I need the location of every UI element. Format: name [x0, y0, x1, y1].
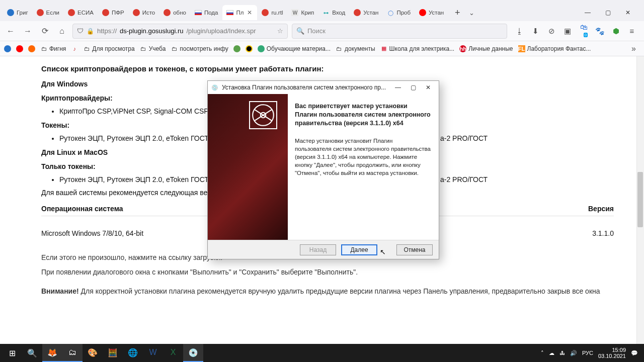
scrollbar[interactable] — [636, 56, 644, 362]
back-button[interactable]: ← — [4, 25, 17, 38]
bookmark[interactable]: ▦Школа для электрика... — [380, 45, 455, 52]
tray-notifications-icon[interactable]: 💬 — [631, 350, 638, 356]
scroll-thumb[interactable] — [637, 172, 643, 227]
tab[interactable]: ЕСИА — [64, 5, 98, 20]
bookmark[interactable] — [4, 45, 11, 52]
dialog-heading: Вас приветствует мастер установки Плагин… — [295, 102, 431, 128]
new-tab-button[interactable]: + — [450, 6, 464, 20]
extension-icon[interactable]: ▣ — [562, 27, 573, 36]
bookmark[interactable]: hhЛичные данные — [459, 45, 513, 52]
tray-clock[interactable]: 15:0903.10.2021 — [598, 347, 626, 359]
text: Внимание! Для корректной установки плаги… — [41, 286, 614, 296]
tab[interactable]: Если — [33, 5, 63, 20]
tray-network-icon[interactable]: 🖧 — [559, 350, 565, 356]
bookmark[interactable] — [16, 45, 23, 52]
bookmark-folder[interactable]: 🗀Фигня — [40, 45, 66, 52]
address-bar[interactable]: 🛡 🔒 https://ds-plugin.gosuslugi.ru/plugi… — [72, 24, 288, 39]
dialog-text: Мастер установки установит Плагин пользо… — [295, 137, 431, 177]
col-os: Операционная система — [41, 205, 123, 213]
tab[interactable]: Устан — [350, 5, 382, 20]
next-button[interactable]: Далее — [341, 244, 377, 255]
tray-lang[interactable]: РУС — [582, 350, 593, 356]
task-edge[interactable]: 🌐 — [123, 344, 143, 362]
search-button[interactable]: 🔍 — [22, 344, 42, 362]
task-firefox[interactable]: 🦊 — [42, 344, 62, 362]
bookmark[interactable]: FLЛаборатория Фантас... — [518, 45, 591, 52]
dialog-title: Установка Плагин пользователя систем эле… — [222, 84, 390, 91]
tab[interactable]: Пода — [191, 5, 222, 20]
task-word[interactable]: W — [143, 344, 163, 362]
dialog-maximize[interactable]: ▢ — [406, 82, 421, 93]
bookmarks-bar: 🗀Фигня ♪ 🗀Для просмотра 🗀Учеба 🗀посмотре… — [0, 41, 644, 56]
tray-volume-icon[interactable]: 🔊 — [570, 350, 577, 356]
disc-icon — [249, 101, 277, 129]
tab[interactable]: ◯Проб — [383, 5, 415, 20]
maximize-button[interactable]: ▢ — [602, 9, 614, 16]
extension-adblock-icon[interactable]: ⊘ — [546, 27, 556, 36]
bookmark[interactable] — [233, 45, 240, 52]
col-version: Версия — [588, 205, 614, 213]
cancel-button[interactable]: Отмена — [396, 244, 433, 255]
tab[interactable]: ⊶Вход — [318, 5, 349, 20]
home-button[interactable]: ⌂ — [55, 25, 68, 38]
search-box[interactable]: 🔍 Поиск — [292, 24, 507, 39]
dialog-minimize[interactable]: — — [390, 82, 406, 93]
tray-cloud-icon[interactable]: ☁ — [549, 350, 554, 356]
os-name: Microsoft Windows 7/8/10, 64-bit — [41, 229, 143, 237]
heading: Список криптопровайдеров и токенов, с ко… — [41, 64, 614, 73]
task-explorer[interactable]: 🗂 — [62, 344, 83, 362]
shield-icon: 🛡 — [77, 27, 84, 35]
download-button[interactable]: ⭳ — [514, 27, 524, 35]
bookmark[interactable]: Обучающие материа... — [258, 45, 331, 52]
tab[interactable]: WКрип — [287, 5, 318, 20]
close-button[interactable]: ✕ — [622, 9, 634, 16]
bookmark[interactable]: ♪ — [71, 45, 78, 52]
toolbar: ← → ⟳ ⌂ 🛡 🔒 https://ds-plugin.gosuslugi.… — [0, 21, 644, 41]
taskbar: ⊞ 🔍 🦊 🗂 🎨 🧮 🌐 W X 💿 ˄ ☁ 🖧 🔊 РУС 15:0903.… — [0, 344, 644, 362]
tab[interactable]: ru.rtl — [258, 5, 287, 20]
reload-button[interactable]: ⟳ — [38, 25, 51, 38]
tab-strip: Григ Если ЕСИА ПФР Исто обно Пода Пл✕ ru… — [0, 4, 644, 21]
dialog-banner — [208, 94, 288, 240]
tab-active[interactable]: Пл✕ — [222, 5, 257, 20]
tray-chevron-icon[interactable]: ˄ — [541, 350, 544, 356]
menu-button[interactable]: ≡ — [627, 27, 637, 35]
task-installer[interactable]: 💿 — [183, 344, 203, 362]
bookmark-star-icon[interactable]: ☆ — [277, 27, 283, 35]
text: При появлении диалогового окна с кнопкам… — [41, 267, 614, 277]
bookmark-folder[interactable]: 🗀документы — [336, 45, 375, 52]
minimize-button[interactable]: — — [582, 9, 594, 16]
extensions-button[interactable]: ⬇ — [530, 27, 540, 36]
bookmark-folder[interactable]: 🗀Для просмотра — [83, 45, 134, 52]
tab[interactable]: Исто — [129, 5, 159, 20]
bookmark-folder[interactable]: 🗀посмотреть инфу — [171, 45, 228, 52]
task-excel[interactable]: X — [163, 344, 183, 362]
dialog-titlebar[interactable]: 💿 Установка Плагин пользователя систем э… — [208, 81, 439, 94]
forward-button[interactable]: → — [21, 25, 34, 38]
installer-icon: 💿 — [211, 83, 219, 92]
search-icon: 🔍 — [296, 27, 304, 35]
back-button: Назад — [300, 244, 336, 255]
tab[interactable]: ПФР — [98, 5, 128, 20]
bookmark[interactable] — [246, 45, 253, 52]
task-calculator[interactable]: 🧮 — [103, 344, 123, 362]
lock-icon: 🔒 — [87, 28, 94, 35]
extension-paw-icon[interactable]: 🐾 — [595, 27, 605, 36]
close-icon[interactable]: ✕ — [246, 9, 253, 16]
start-button[interactable]: ⊞ — [2, 344, 22, 362]
bookmarks-overflow[interactable]: » — [627, 44, 640, 53]
bookmark-folder[interactable]: 🗀Учеба — [140, 45, 166, 52]
dialog-close[interactable]: ✕ — [421, 82, 436, 93]
extension-cart-icon[interactable]: 🛍0 — [579, 23, 589, 40]
tab[interactable]: Устан — [415, 5, 448, 20]
tab-list-button[interactable]: ⌄ — [469, 9, 474, 17]
bookmark[interactable] — [28, 45, 35, 52]
task-paint[interactable]: 🎨 — [83, 344, 103, 362]
tab[interactable]: Григ — [3, 5, 32, 20]
installer-dialog: 💿 Установка Плагин пользователя систем э… — [207, 80, 439, 259]
tab[interactable]: обно — [159, 5, 190, 20]
extension-shield-icon[interactable]: ⬢ — [611, 27, 621, 36]
version: 3.1.1.0 — [592, 229, 614, 237]
